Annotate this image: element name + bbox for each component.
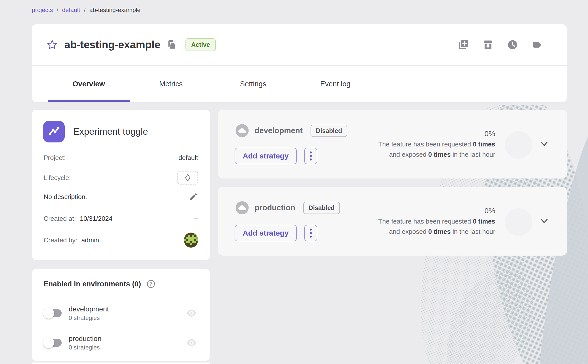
feature-type-header: Experiment toggle: [43, 121, 148, 142]
avatar-pixels: [184, 233, 198, 248]
help-icon[interactable]: ?: [146, 279, 155, 288]
svg-text:?: ?: [150, 281, 153, 287]
lifecycle-label: Lifecycle:: [44, 174, 71, 182]
enabled-environments-header: Enabled in environments (0) ?: [44, 279, 155, 288]
environment-header: production Disabled: [236, 201, 340, 214]
environment-cloud-icon: [236, 124, 249, 137]
feature-type-title: Experiment toggle: [73, 126, 148, 137]
cloud-icon: [238, 205, 246, 211]
kebab-dot: [310, 232, 312, 234]
avatar: [184, 233, 198, 248]
feature-tabs: Overview Metrics Settings Event log: [32, 66, 567, 102]
project-row: Project: default: [44, 152, 198, 163]
timeline-chart-icon: [47, 125, 61, 139]
kebab-dot: [310, 155, 312, 157]
lifecycle-stage-chip[interactable]: [177, 171, 198, 185]
description-text: No description.: [44, 193, 87, 201]
tag-icon[interactable]: [531, 39, 543, 51]
add-strategy-button[interactable]: Add strategy: [235, 225, 297, 241]
favorite-star-icon[interactable]: [47, 40, 57, 50]
usage-donut-placeholder: [505, 131, 532, 159]
visibility-eye-icon: [186, 310, 197, 317]
kebab-dot: [310, 236, 312, 238]
enabled-environments-card: Enabled in environments (0) ? developmen…: [32, 269, 210, 361]
tab-overview[interactable]: Overview: [48, 66, 130, 102]
add-strategy-button[interactable]: Add strategy: [235, 148, 297, 164]
environment-cloud-icon: [236, 201, 249, 214]
toggle-env-strategies: 0 strategies: [69, 314, 109, 321]
next-card-edge: [32, 362, 210, 364]
environment-card-development: development Disabled Add strategy 0% The…: [218, 110, 567, 178]
toggle-env-name: development: [69, 305, 109, 313]
kebab-dot: [310, 158, 312, 160]
page-title: ab-testing-example: [64, 39, 160, 51]
created-at-value: 10/31/2024: [80, 215, 113, 223]
environment-status-badge: Disabled: [311, 125, 347, 137]
tab-event-log[interactable]: Event log: [294, 66, 376, 102]
description-row: No description.: [44, 190, 198, 203]
breadcrumb-separator: /: [57, 7, 58, 14]
status-badge: Active: [185, 38, 216, 51]
more-actions-button[interactable]: [304, 148, 317, 164]
edit-description-icon[interactable]: [189, 192, 198, 201]
breadcrumb-separator: /: [84, 7, 86, 14]
chevron-down-icon[interactable]: [540, 218, 548, 224]
more-actions-button[interactable]: [304, 225, 317, 241]
environment-toggle-row-development: development 0 strategies: [43, 303, 197, 323]
lifecycle-row: Lifecycle:: [44, 170, 198, 185]
environment-actions: Add strategy: [235, 225, 317, 241]
created-by-value: admin: [81, 236, 99, 244]
environment-actions: Add strategy: [235, 148, 317, 164]
breadcrumb-current-page: ab-testing-example: [89, 7, 140, 14]
toggle-knob: [43, 337, 54, 348]
usage-line-2: and exposed 0 times in the last hour: [378, 227, 495, 237]
tab-metrics[interactable]: Metrics: [130, 66, 212, 102]
copy-name-icon[interactable]: [167, 40, 176, 50]
environment-card-production: production Disabled Add strategy 0% The …: [218, 187, 567, 256]
toggle-env-strategies: 0 strategies: [69, 344, 102, 351]
chevron-down-icon[interactable]: [540, 141, 548, 147]
project-value: default: [178, 154, 198, 162]
created-at-dash: –: [194, 214, 198, 223]
production-toggle[interactable]: [43, 337, 64, 348]
environment-toggle-row-production: production 0 strategies: [43, 333, 197, 352]
environment-name: production: [255, 203, 295, 212]
feature-header-card: ab-testing-example Active: [32, 24, 567, 102]
kebab-dot: [310, 229, 312, 231]
created-by-row: Created by: admin: [44, 231, 198, 249]
created-at-label: Created at:: [44, 215, 76, 223]
usage-line-1: The feature has been requested 0 times: [378, 139, 495, 149]
usage-summary: 0% The feature has been requested 0 time…: [378, 128, 495, 160]
copy-feature-icon[interactable]: [458, 39, 469, 51]
active-tab-indicator: [48, 100, 130, 102]
environment-status-badge: Disabled: [303, 202, 340, 214]
breadcrumb: projects / default / ab-testing-example: [32, 7, 141, 14]
feature-header-row: ab-testing-example Active: [32, 24, 567, 65]
header-action-icons: [458, 39, 543, 51]
history-icon[interactable]: [507, 39, 518, 51]
development-toggle[interactable]: [43, 307, 64, 319]
created-by-label: Created by:: [44, 236, 77, 244]
feature-details-card: Experiment toggle Project: default Lifec…: [32, 110, 210, 260]
usage-percent: 0%: [378, 128, 495, 139]
tab-settings[interactable]: Settings: [212, 66, 294, 102]
project-label: Project:: [44, 154, 66, 162]
usage-donut-placeholder: [505, 208, 532, 236]
toggle-env-name: production: [69, 335, 102, 343]
kebab-dot: [310, 151, 312, 153]
experiment-type-tile: [43, 121, 65, 142]
breadcrumb-default-link[interactable]: default: [62, 7, 80, 14]
archive-icon[interactable]: [482, 39, 494, 51]
toggle-knob: [43, 308, 54, 319]
cloud-icon: [238, 128, 246, 133]
usage-line-2: and exposed 0 times in the last hour: [378, 149, 495, 160]
enabled-environments-title: Enabled in environments (0): [44, 280, 141, 288]
breadcrumb-projects-link[interactable]: projects: [32, 7, 53, 14]
created-at-row: Created at: 10/31/2024 –: [44, 212, 198, 225]
environment-name: development: [255, 126, 303, 135]
usage-line-1: The feature has been requested 0 times: [378, 216, 495, 227]
lifecycle-diamond-icon: [185, 174, 190, 181]
visibility-eye-icon: [186, 339, 197, 346]
usage-summary: 0% The feature has been requested 0 time…: [378, 205, 495, 237]
usage-percent: 0%: [378, 205, 495, 216]
